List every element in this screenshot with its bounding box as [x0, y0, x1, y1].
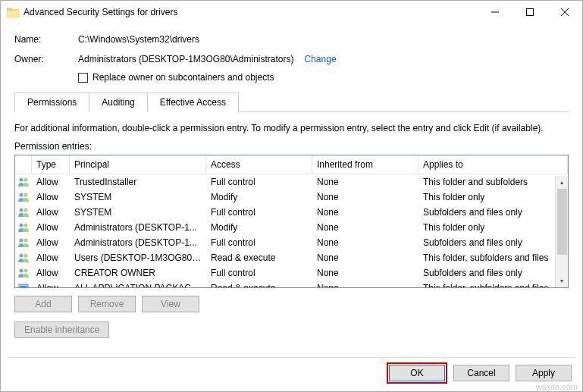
cell-type: Allow [32, 175, 70, 189]
svg-point-8 [24, 193, 28, 197]
cell-principal: CREATOR OWNER [70, 266, 206, 280]
tab-effective-access[interactable]: Effective Access [147, 93, 239, 112]
cell-principal: Users (DESKTOP-1M3OG80\U... [70, 251, 206, 265]
cell-type: Allow [32, 266, 70, 280]
cell-type: Allow [32, 221, 70, 234]
cell-applies: This folder, subfolders and files [418, 251, 568, 265]
remove-button[interactable]: Remove [78, 296, 136, 312]
replace-owner-row: Replace owner on subcontainers and objec… [78, 72, 569, 83]
name-label: Name: [14, 34, 78, 45]
svg-rect-0 [7, 10, 19, 17]
tab-auditing[interactable]: Auditing [89, 93, 147, 112]
list-header: Type Principal Access Inherited from App… [15, 155, 568, 174]
principal-icon [15, 190, 32, 205]
scroll-down-icon[interactable]: ▾ [556, 274, 569, 287]
table-row[interactable]: AllowSYSTEMFull controlNoneSubfolders an… [15, 205, 568, 220]
svg-point-9 [20, 209, 24, 212]
cell-applies: This folder only [418, 221, 568, 234]
col-header-type[interactable]: Type [32, 155, 70, 174]
cell-type: Allow [32, 281, 70, 288]
principal-icon [15, 281, 32, 288]
cell-access: Read & execute [206, 251, 312, 265]
enable-inheritance-button[interactable]: Enable inheritance [14, 321, 109, 338]
cell-applies: This folder only [418, 190, 568, 204]
tab-permissions[interactable]: Permissions [14, 93, 89, 112]
content-area: Name: C:\Windows\System32\drivers Owner:… [1, 24, 582, 338]
cell-inherited: None [312, 266, 418, 280]
scroll-thumb[interactable] [557, 189, 567, 255]
entry-buttons: Add Remove View [14, 296, 569, 312]
owner-label: Owner: [14, 54, 78, 64]
replace-owner-checkbox[interactable] [78, 73, 88, 83]
table-row[interactable]: AllowCREATOR OWNERFull controlNoneSubfol… [15, 265, 568, 281]
cell-inherited: None [312, 281, 418, 288]
dialog-footer: OK Cancel Apply [387, 362, 572, 384]
cell-type: Allow [32, 236, 70, 249]
principal-icon [15, 265, 32, 281]
cell-access: Full control [206, 266, 312, 280]
view-button[interactable]: View [142, 296, 199, 312]
svg-point-12 [24, 224, 28, 227]
cell-access: Read & execute [206, 281, 312, 288]
cell-access: Full control [206, 236, 312, 249]
principal-icon [15, 250, 32, 265]
table-row[interactable]: AllowAdministrators (DESKTOP-1...ModifyN… [15, 220, 568, 235]
col-header-access[interactable]: Access [206, 155, 312, 174]
table-row[interactable]: AllowTrustedInstallerFull controlNoneThi… [15, 174, 568, 190]
scroll-up-icon[interactable]: ▴ [556, 176, 569, 189]
window-title: Advanced Security Settings for drivers [24, 7, 177, 17]
cell-applies: Subfolders and files only [418, 236, 568, 249]
col-header-inherited[interactable]: Inherited from [312, 155, 418, 174]
svg-point-5 [20, 178, 24, 182]
cell-principal: Administrators (DESKTOP-1... [70, 236, 206, 249]
svg-point-16 [24, 254, 28, 258]
table-row[interactable]: AllowALL APPLICATION PACKAGESRead & exec… [15, 281, 568, 288]
cell-principal: TrustedInstaller [70, 175, 206, 189]
inheritance-row: Enable inheritance [14, 321, 569, 338]
cell-principal: Administrators (DESKTOP-1... [70, 221, 206, 234]
principal-icon [15, 235, 32, 250]
info-text: For additional information, double-click… [14, 123, 569, 133]
replace-owner-label: Replace owner on subcontainers and objec… [92, 72, 274, 83]
cell-inherited: None [312, 251, 418, 265]
add-button[interactable]: Add [14, 296, 72, 312]
maximize-button[interactable] [512, 1, 547, 24]
svg-point-13 [20, 239, 24, 243]
footer-separator [8, 357, 575, 358]
svg-rect-2 [527, 9, 534, 16]
permission-entries-list[interactable]: Type Principal Access Inherited from App… [14, 155, 569, 288]
cell-applies: This folder, subfolders and files [418, 281, 568, 288]
close-button[interactable] [547, 1, 582, 24]
cell-inherited: None [312, 175, 418, 189]
cell-access: Full control [206, 205, 312, 219]
minimize-button[interactable] [478, 1, 512, 24]
watermark: wsxdn.com [536, 382, 578, 391]
cell-access: Modify [206, 221, 312, 234]
cell-type: Allow [32, 251, 70, 265]
table-row[interactable]: AllowAdministrators (DESKTOP-1...Full co… [15, 235, 568, 250]
table-row[interactable]: AllowUsers (DESKTOP-1M3OG80\U...Read & e… [15, 250, 568, 265]
apply-button[interactable]: Apply [516, 365, 572, 381]
ok-button[interactable]: OK [389, 365, 445, 381]
svg-point-18 [24, 269, 28, 273]
svg-point-6 [24, 178, 28, 182]
cell-principal: SYSTEM [70, 190, 206, 204]
principal-icon [15, 174, 32, 190]
folder-icon [7, 6, 19, 18]
cell-access: Modify [206, 190, 312, 204]
vertical-scrollbar[interactable]: ▴ ▾ [555, 176, 568, 287]
titlebar: Advanced Security Settings for drivers [1, 1, 582, 24]
window-controls [478, 1, 582, 24]
cell-type: Allow [32, 190, 70, 204]
owner-field: Owner: Administrators (DESKTOP-1M3OG80\A… [14, 54, 569, 83]
table-row[interactable]: AllowSYSTEMModifyNoneThis folder only [15, 190, 568, 205]
col-header-principal[interactable]: Principal [70, 155, 206, 174]
col-header-applies[interactable]: Applies to [418, 155, 568, 174]
svg-point-17 [20, 269, 24, 273]
permission-entries-label: Permission entries: [14, 141, 569, 152]
change-owner-link[interactable]: Change [305, 54, 337, 64]
principal-icon [15, 205, 32, 220]
cancel-button[interactable]: Cancel [453, 365, 509, 381]
cell-applies: Subfolders and files only [418, 266, 568, 280]
cell-inherited: None [312, 205, 418, 219]
